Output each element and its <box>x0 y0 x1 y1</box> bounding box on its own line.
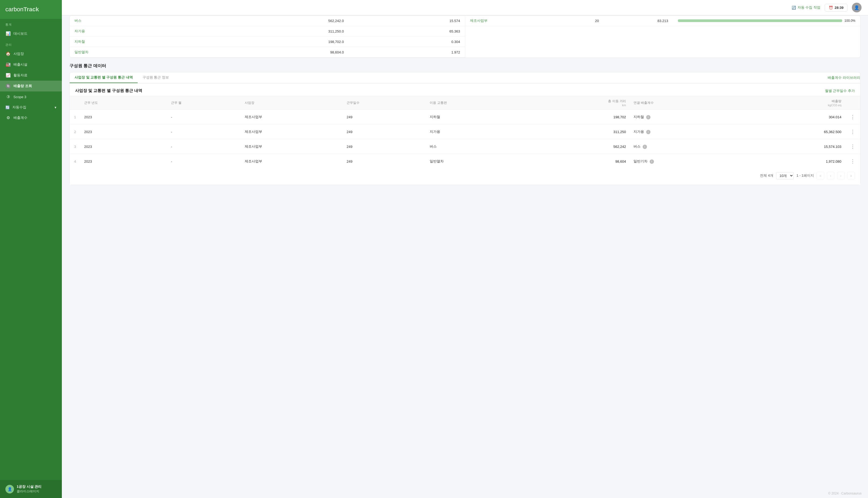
sidebar-item-emission-inquiry[interactable]: 🔘 배출량 조회 <box>0 81 62 91</box>
more-actions-icon[interactable]: ⋮ <box>849 143 856 150</box>
col-distance: 총 이동 거리 km <box>526 96 630 110</box>
tab-commute-by-site[interactable]: 사업장 및 교통편 별 구성원 통근 내역 <box>70 72 138 83</box>
logo: carbonTrack <box>0 0 62 19</box>
col-actions <box>845 96 860 110</box>
row-year: 2023 <box>80 154 167 169</box>
row-distance: 562,242 <box>526 139 630 154</box>
row-emission-factor: 버스 i <box>630 139 743 154</box>
timer-display: ⏰ 28:39 <box>825 4 847 12</box>
add-monthly-button[interactable]: 월별 근무일수 추가 <box>825 89 855 93</box>
commute-section-title: 구성원 통근 데이터 <box>69 63 860 69</box>
tab-commute-info[interactable]: 구성원 통근 정보 <box>138 72 174 83</box>
more-actions-icon[interactable]: ⋮ <box>849 158 856 165</box>
transport-value2: 15.574 <box>349 16 465 26</box>
col-num <box>70 96 80 110</box>
main-content: 🔄 자동 수집 작업 ⏰ 28:39 👤 버스 562,242.0 <box>62 0 868 498</box>
transport-value2: 1.972 <box>349 47 465 57</box>
row-year: 2023 <box>80 124 167 139</box>
data-section-title: 사업장 및 교통편 별 구성원 통근 내역 <box>75 88 142 93</box>
sidebar-item-scope3[interactable]: ③ Scope 3 <box>0 91 62 102</box>
info-icon[interactable]: i <box>646 115 650 119</box>
table-row: 제조사업부 20 83.213 100.0% <box>465 16 860 26</box>
sidebar-item-activity-data[interactable]: 📈 활동자료 <box>0 70 62 81</box>
transport-value1: 311,250.0 <box>205 26 349 37</box>
site-icon: 🏠 <box>5 51 11 56</box>
sidebar-section-stats: 통계 <box>0 19 62 28</box>
table-row: 자가용 311,250.0 65.363 <box>70 26 465 37</box>
sidebar-bottom: 👤 1공장 시설 관리 클라이스테이지 <box>0 480 62 498</box>
transport-table: 버스 562,242.0 15.574 자가용 311,250.0 65.363… <box>70 16 465 57</box>
col-emission-factor: 연결 배출계수 <box>630 96 743 110</box>
transport-value1: 562,242.0 <box>205 16 349 26</box>
top-table-section: 버스 562,242.0 15.574 자가용 311,250.0 65.363… <box>69 15 860 58</box>
per-page-select[interactable]: 10개 20개 50개 <box>776 172 794 179</box>
row-workdays: 249 <box>343 139 426 154</box>
info-icon[interactable]: i <box>646 130 650 134</box>
row-workdays: 249 <box>343 124 426 139</box>
row-site: 제조사업부 <box>241 154 343 169</box>
row-site: 제조사업부 <box>241 124 343 139</box>
sidebar-item-dashboard[interactable]: 📊 대시보드 <box>0 28 62 39</box>
info-icon[interactable]: i <box>650 159 654 164</box>
more-actions-icon[interactable]: ⋮ <box>849 128 856 135</box>
table-row: 1 2023 - 제조사업부 249 지하철 198,702 지하철 i 304… <box>70 110 860 124</box>
sidebar-item-site[interactable]: 🏠 사업장 <box>0 49 62 59</box>
copyright: © 2024 · Carbonsaurus <box>828 492 862 495</box>
row-emission: 304.014 <box>743 110 845 124</box>
transport-value1: 198,702.0 <box>205 37 349 47</box>
commute-section: 사업장 및 교통편 별 구성원 통근 내역 구성원 통근 정보 배출계수 라이브… <box>69 72 860 185</box>
row-year: 2023 <box>80 139 167 154</box>
top-two-col: 버스 562,242.0 15.574 자가용 311,250.0 65.363… <box>70 16 860 57</box>
sidebar-item-auto-collect[interactable]: 🔄 자동수집 ▾ <box>0 102 62 113</box>
sidebar-label-activity-data: 활동자료 <box>13 73 27 78</box>
next-page-button[interactable]: › <box>837 172 845 179</box>
row-transport: 지가용 <box>426 124 526 139</box>
col-workdays: 근무일수 <box>343 96 426 110</box>
site-progress-cell: 100.0% <box>673 16 860 26</box>
user-avatar-topbar[interactable]: 👤 <box>852 3 862 12</box>
row-site: 제조사업부 <box>241 139 343 154</box>
row-emission-factor: 지가용 i <box>630 124 743 139</box>
sidebar-item-emission-facility[interactable]: 🏭 배출시설 <box>0 59 62 70</box>
row-month: - <box>167 139 241 154</box>
user-factory: 1공장 시설 관리 <box>17 484 41 489</box>
data-table-section: 사업장 및 교통편 별 구성원 통근 내역 월별 근무일수 추가 근무 년도 근… <box>70 83 860 185</box>
auto-collect-icon: 🔄 <box>5 105 10 109</box>
activity-icon: 📈 <box>5 73 11 78</box>
sidebar-item-emission-coefficient[interactable]: ⚙ 배출계수 <box>0 113 62 123</box>
row-emission: 65,362.500 <box>743 124 845 139</box>
info-icon[interactable]: i <box>643 145 647 149</box>
row-actions: ⋮ <box>845 139 860 154</box>
row-transport: 일반열차 <box>426 154 526 169</box>
table-header-row: 근무 년도 근무 월 사업장 근무일수 이용 교통편 총 이동 거리 km 연결… <box>70 96 860 110</box>
refresh-icon: 🔄 <box>792 6 796 10</box>
transport-label: 자가용 <box>70 26 205 37</box>
auto-collect-button[interactable]: 🔄 자동 수집 작업 <box>792 5 820 10</box>
sidebar-label-scope3: Scope 3 <box>13 95 26 99</box>
first-page-button[interactable]: « <box>817 172 824 179</box>
site-label: 제조사업부 <box>465 16 557 26</box>
tabs-left: 사업장 및 교통편 별 구성원 통근 내역 구성원 통근 정보 <box>70 72 174 83</box>
row-workdays: 249 <box>343 110 426 124</box>
row-emission: 1,972.080 <box>743 154 845 169</box>
table-row: 2 2023 - 제조사업부 249 지가용 311,250 지가용 i 65,… <box>70 124 860 139</box>
page-info: 1 - 1페이지 <box>797 173 814 178</box>
last-page-button[interactable]: » <box>847 172 855 179</box>
row-workdays: 249 <box>343 154 426 169</box>
col-month: 근무 월 <box>167 96 241 110</box>
transport-label: 버스 <box>70 16 205 26</box>
row-distance: 98,604 <box>526 154 630 169</box>
transport-label: 지하철 <box>70 37 205 47</box>
brand-track: Track <box>23 6 39 13</box>
prev-page-button[interactable]: ‹ <box>827 172 834 179</box>
row-emission: 15,574.103 <box>743 139 845 154</box>
user-avatar: 👤 <box>5 485 14 494</box>
sidebar-section-manage: 관리 <box>0 39 62 49</box>
sidebar-label-emission-inquiry: 배출량 조회 <box>13 84 32 89</box>
col-year: 근무 년도 <box>80 96 167 110</box>
topbar: 🔄 자동 수집 작업 ⏰ 28:39 👤 <box>62 0 868 15</box>
more-actions-icon[interactable]: ⋮ <box>849 113 856 121</box>
progress-bar <box>678 19 842 22</box>
col-site: 사업장 <box>241 96 343 110</box>
emission-factor-library-link[interactable]: 배출계수 라이브러리 <box>828 73 860 83</box>
